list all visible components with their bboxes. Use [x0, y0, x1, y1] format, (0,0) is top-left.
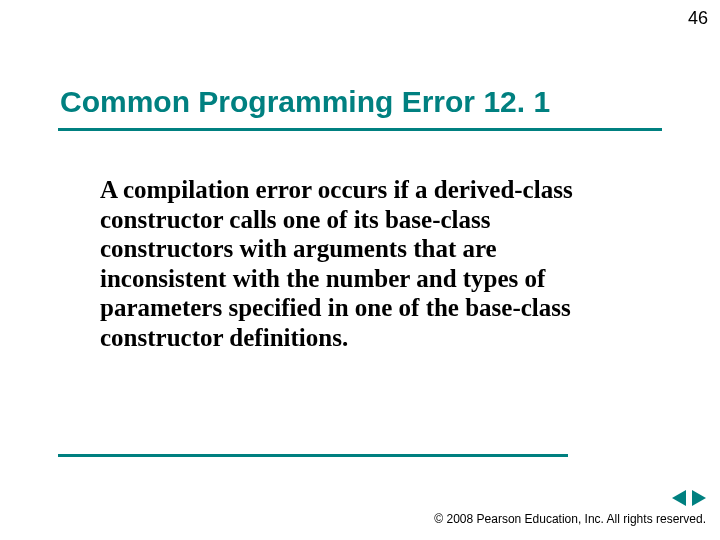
- nav-controls: [672, 490, 706, 506]
- lower-rule: [58, 454, 568, 457]
- page-number: 46: [688, 8, 708, 29]
- title-rule: [58, 128, 662, 131]
- copyright-text: © 2008 Pearson Education, Inc. All right…: [434, 512, 706, 526]
- slide-title: Common Programming Error 12. 1: [60, 85, 550, 119]
- body-text: A compilation error occurs if a derived-…: [100, 175, 625, 352]
- prev-slide-icon[interactable]: [672, 490, 686, 506]
- next-slide-icon[interactable]: [692, 490, 706, 506]
